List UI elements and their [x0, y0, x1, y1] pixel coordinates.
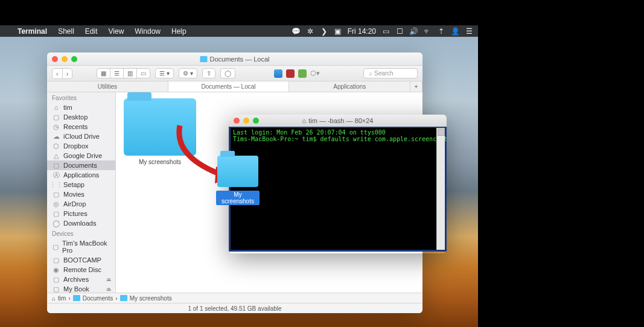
scrollbar-thumb[interactable]	[438, 129, 445, 136]
documents-icon: ▢	[52, 162, 60, 169]
maximize-button[interactable]	[253, 118, 259, 124]
minimize-button[interactable]	[62, 56, 68, 62]
sidebar-item-label: AirDrop	[63, 200, 86, 208]
sidebar-item-recents[interactable]: ◷Recents	[47, 122, 115, 132]
menu-help[interactable]: Help	[166, 27, 192, 36]
view-columns-button[interactable]: ▥	[124, 69, 137, 78]
share-button[interactable]: ⇧	[202, 68, 215, 78]
finder-sidebar: Favorites ⌂tim ▢Desktop ◷Recents ☁iCloud…	[47, 92, 116, 293]
sidebar-group-favorites: Favorites	[47, 92, 115, 103]
path-segment[interactable]: My screenshots	[130, 295, 172, 302]
sidebar-item-macbook[interactable]: ▢Tim's MacBook Pro	[47, 238, 115, 255]
search-placeholder: Search	[374, 70, 394, 77]
toolbar-app-icon-3[interactable]	[298, 69, 307, 78]
sidebar-item-gdrive[interactable]: △Google Drive	[47, 151, 115, 160]
user-icon[interactable]: 👤	[451, 27, 459, 36]
arrange-button[interactable]: ☰ ▾	[155, 68, 174, 78]
folder-item[interactable]: My screenshots	[121, 92, 199, 165]
dragged-folder[interactable]: My screenshots	[216, 156, 260, 206]
menu-edit[interactable]: Edit	[80, 27, 103, 36]
desktop-icon: ▢	[52, 113, 60, 121]
sidebar-item-desktop[interactable]: ▢Desktop	[47, 112, 115, 122]
sidebar-group-devices: Devices	[47, 228, 115, 238]
sidebar-item-movies[interactable]: ▢Movies	[47, 189, 115, 199]
tab-applications[interactable]: Applications	[289, 81, 410, 92]
eject-icon[interactable]: ⏏	[106, 276, 112, 282]
folder-icon	[120, 295, 127, 301]
back-button[interactable]: ‹	[53, 69, 63, 78]
applications-icon: Ⓐ	[52, 171, 60, 179]
eject-icon[interactable]: ⏏	[106, 286, 112, 292]
sidebar-item-label: Desktop	[63, 113, 88, 121]
sidebar-item-setapp[interactable]: ⋮⋮Setapp	[47, 180, 115, 189]
menu-shell[interactable]: Shell	[53, 27, 80, 36]
tab-add-button[interactable]: +	[410, 81, 422, 92]
finder-titlebar[interactable]: Documents — Local	[47, 52, 422, 66]
terminal-content[interactable]: Last login: Mon Feb 26 20:07:04 on ttys0…	[229, 127, 447, 252]
home-icon: ⌂	[52, 104, 60, 111]
finder-window-title: Documents — Local	[209, 56, 269, 63]
sidebar-item-label: My Book	[63, 285, 89, 293]
disk-icon: ▢	[52, 256, 60, 264]
cloud-icon: ☁	[52, 133, 60, 140]
sidebar-item-label: BOOTCAMP	[63, 256, 101, 264]
tab-documents[interactable]: Documents — Local	[168, 81, 290, 92]
status-text: 1 of 1 selected, 49.51 GB available	[188, 305, 281, 312]
display-icon[interactable]: ☐	[395, 27, 404, 36]
chevron-icon[interactable]: ❯	[320, 27, 328, 36]
view-gallery-button[interactable]: ▭	[137, 69, 150, 78]
nav-buttons: ‹ ›	[52, 68, 72, 79]
sidebar-item-label: Archives	[63, 276, 89, 283]
close-button[interactable]	[234, 118, 240, 124]
wifi-icon[interactable]: ᯤ	[423, 27, 432, 36]
menubar-clock[interactable]: Fri 14:20	[348, 27, 376, 36]
menu-view[interactable]: View	[103, 27, 130, 36]
scrollbar[interactable]	[436, 128, 445, 250]
toolbar-app-icon-1[interactable]	[274, 69, 282, 78]
battery-icon[interactable]: ▭	[381, 27, 390, 36]
tab-utilities[interactable]: Utilities	[47, 81, 168, 92]
screenshot-icon[interactable]: ▣	[334, 27, 342, 36]
sidebar-item-icloud[interactable]: ☁iCloud Drive	[47, 132, 115, 141]
toolbar-app-icon-2[interactable]	[286, 69, 295, 78]
sidebar-item-remotedisc[interactable]: ◉Remote Disc	[47, 265, 115, 275]
sidebar-item-bootcamp[interactable]: ▢BOOTCAMP	[47, 255, 115, 265]
tag-button[interactable]: ◯	[220, 68, 235, 78]
sidebar-item-tim[interactable]: ⌂tim	[47, 103, 115, 112]
apple-menu-icon[interactable]	[0, 27, 12, 36]
fan-icon[interactable]: ✲	[306, 27, 314, 36]
volume-icon[interactable]: 🔊	[409, 27, 418, 36]
view-icons-button[interactable]: ▦	[97, 69, 110, 78]
sidebar-item-archives[interactable]: ▢Archives⏏	[47, 275, 115, 284]
airdrop-icon: ◎	[52, 200, 60, 208]
menu-window[interactable]: Window	[129, 27, 166, 36]
app-menu[interactable]: Terminal	[12, 27, 53, 36]
dropbox-toolbar-icon[interactable]: ⬡▾	[310, 69, 320, 77]
sidebar-item-label: Recents	[63, 123, 88, 130]
action-button[interactable]: ⚙ ▾	[179, 68, 197, 78]
sidebar-item-mybook[interactable]: ▢My Book⏏	[47, 284, 115, 293]
sidebar-item-dropbox[interactable]: ⬡Dropbox	[47, 141, 115, 151]
forward-button[interactable]: ›	[63, 69, 72, 78]
clock-icon: ◷	[52, 123, 60, 130]
sidebar-item-label: Documents	[63, 162, 97, 169]
sidebar-item-airdrop[interactable]: ◎AirDrop	[47, 199, 115, 209]
sidebar-item-pictures[interactable]: ▢Pictures	[47, 209, 115, 218]
search-field[interactable]: ⌕ Search	[363, 68, 418, 78]
path-segment[interactable]: Documents	[83, 295, 113, 302]
chat-icon[interactable]: 💬	[292, 27, 301, 36]
sync-icon[interactable]: ⇡	[437, 27, 445, 36]
minimize-button[interactable]	[243, 118, 249, 124]
path-segment[interactable]: tim	[58, 295, 66, 302]
terminal-titlebar[interactable]: ⌂ tim — -bash — 80×24	[229, 115, 447, 127]
maximize-button[interactable]	[71, 56, 77, 62]
terminal-window-title: tim — -bash — 80×24	[308, 117, 373, 124]
sidebar-item-downloads[interactable]: ◯Downloads	[47, 218, 115, 228]
sidebar-item-documents[interactable]: ▢Documents	[47, 160, 115, 170]
sidebar-item-applications[interactable]: ⒶApplications	[47, 170, 115, 180]
list-icon[interactable]: ☰	[465, 27, 473, 36]
finder-toolbar: ‹ › ▦ ☰ ▥ ▭ ☰ ▾ ⚙ ▾ ⇧ ◯ ⬡▾ ⌕ Search	[47, 66, 422, 81]
close-button[interactable]	[52, 56, 58, 62]
view-list-button[interactable]: ☰	[110, 69, 124, 78]
movies-icon: ▢	[52, 191, 60, 198]
